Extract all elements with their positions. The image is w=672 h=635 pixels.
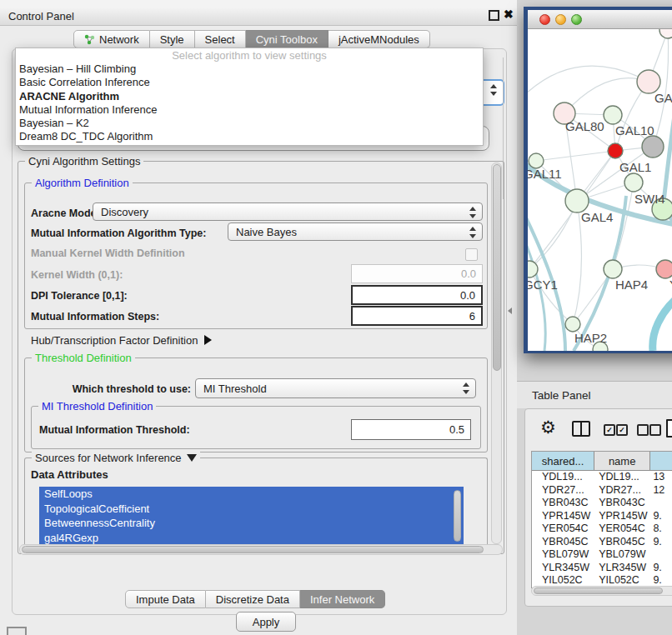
tab-style[interactable]: Style [150,30,195,48]
column-header[interactable]: shared... [532,452,594,470]
table-panel-title: Table Panel [532,389,591,402]
checkbox-checked-icon[interactable]: ✓ [616,424,628,436]
network-node-gal1[interactable] [624,173,643,192]
dpi-tolerance-label: DPI Tolerance [0,1]: [31,290,128,302]
network-node-hap4[interactable] [604,260,622,278]
dropdown-item[interactable]: Dream8 DC_TDC Algorithm [16,130,483,143]
dpi-tolerance-field[interactable]: 0.0 [351,285,483,305]
network-graph: GALGAL80GAL10GAL1GAL11GAL4SWI4GCY1HAP4YH… [528,29,672,351]
network-node-gal10[interactable] [604,106,622,124]
table-row[interactable]: YBR045CYBR045C9. [532,536,672,549]
dropdown-item[interactable]: Basic Correlation Inference [16,76,483,89]
tab-infer-network[interactable]: Infer Network [300,590,385,608]
right-desktop-area: GALGAL80GAL10GAL1GAL11GAL4SWI4GCY1HAP4YH… [517,0,672,635]
dropdown-item[interactable]: Bayesian – Hill Climbing [16,62,483,76]
dropdown-item[interactable]: ARACNE Algorithm [16,90,483,103]
restore-icon[interactable] [489,10,499,21]
close-icon[interactable]: ✖ [504,8,514,21]
attribute-list-item[interactable]: BetweennessCentrality [39,516,464,531]
node-label: SWI4 [634,192,665,206]
network-node-gal[interactable] [637,70,660,93]
hub-definition-expander[interactable]: Hub/Transcription Factor Definition [31,334,212,347]
node-table: shared...name YDL19...YDL19...13YDR27...… [531,451,672,588]
table-row[interactable]: YDR27...YDR27...12 [532,484,672,498]
tab-cyni-toolbox[interactable]: Cyni Toolbox [246,30,328,48]
table-row[interactable]: YER054CYER054C8. [532,522,672,536]
collapsed-panel-icon[interactable] [7,627,27,635]
checkbox-unchecked-icon[interactable] [649,424,661,436]
dropdown-prompt: Select algorithm to view settings [16,48,483,62]
gear-icon[interactable]: ⚙ [540,418,556,438]
aracne-mode-combo[interactable]: Discovery [93,202,483,221]
checkbox-unchecked-icon[interactable] [637,424,649,436]
tab-discretize-data[interactable]: Discretize Data [206,590,300,608]
stepper-icon [469,206,476,219]
table-cell: 9. [650,562,672,575]
node-label: GAL4 [581,210,613,224]
tab-label: Style [160,33,184,46]
attributes-list-scrollbar[interactable] [454,490,461,542]
bottom-tabs: Impute Data Discretize Data Infer Networ… [125,590,385,608]
mi-steps-field[interactable]: 6 [351,306,483,326]
data-attributes-list[interactable]: SelfLoopsTopologicalCoefficientBetweenne… [39,487,464,545]
kernel-width-field[interactable]: 0.0 [351,264,483,283]
network-node-hap2[interactable] [565,317,580,332]
column-header[interactable]: name [594,452,650,470]
network-node[interactable] [642,136,664,158]
which-threshold-combo[interactable]: MI Threshold [195,378,476,398]
table-cell: YBR045C [532,536,594,549]
new-document-icon[interactable] [666,419,672,438]
aracne-mode-value: Discovery [101,206,148,218]
apply-button[interactable]: Apply [236,612,296,632]
network-node-gal4[interactable] [565,189,589,212]
dropdown-item[interactable]: Bayesian – K2 [16,117,483,130]
table-row[interactable]: YBL079WYBL079W [532,548,672,562]
mi-algorithm-type-combo[interactable]: Naive Bayes [228,222,483,241]
manual-kernel-checkbox[interactable] [465,248,478,261]
network-node-y[interactable] [656,260,672,278]
node-label: HAP2 [574,331,607,345]
column-header[interactable] [650,452,672,470]
table-cell: YDL19... [594,471,650,484]
tab-label: Cyni Toolbox [256,33,318,46]
threshold-definition-title: Threshold Definition [32,352,135,364]
table-cell: 13 [650,471,672,484]
tab-jactivemnodules[interactable]: jActiveMNodules [328,30,430,48]
table-horizontal-scrollbar-thumb[interactable] [534,588,663,594]
which-threshold-value: MI Threshold [203,382,267,395]
minimize-traffic-light-icon[interactable] [555,14,566,25]
network-view-window[interactable]: GALGAL80GAL10GAL1GAL11GAL4SWI4GCY1HAP4YH… [524,7,672,353]
screen: Control Panel ✖ NetworkStyleSelectCyni T… [0,0,672,635]
table-row[interactable]: YDL19...YDL19...13 [532,471,672,484]
attribute-list-item[interactable]: SelfLoops [39,487,464,502]
splitter-handle-icon[interactable] [508,308,512,314]
node-label: GCY1 [528,278,558,292]
network-canvas[interactable]: GALGAL80GAL10GAL1GAL11GAL4SWI4GCY1HAP4YH… [528,29,672,351]
network-node[interactable] [608,143,623,158]
table-row[interactable]: YBR043CYBR043C [532,497,672,510]
checkbox-checked-icon[interactable]: ✓ [604,424,615,436]
control-panel-titlebar: Control Panel ✖ [0,7,517,26]
split-columns-icon[interactable] [572,421,590,437]
tab-select[interactable]: Select [195,30,246,48]
table-cell: YBR043C [594,497,650,510]
table-cell: 9. [650,510,672,523]
table-row[interactable]: YLR345WYLR345W9. [532,562,672,575]
network-node[interactable] [659,29,672,38]
mi-threshold-group-title: MI Threshold Definition [38,400,156,412]
sources-group-title-wrap[interactable]: Sources for Network Inference [32,452,200,464]
dropdown-item[interactable]: Mutual Information Inference [16,103,483,117]
attribute-list-item[interactable]: TopologicalCoefficient [39,502,464,517]
tab-network[interactable]: Network [73,30,150,48]
mi-threshold-field[interactable]: 0.5 [351,419,471,440]
network-window-titlebar[interactable] [528,10,672,29]
node-label: GAL10 [615,123,654,138]
settings-horizontal-scrollbar-thumb[interactable] [22,546,484,553]
tab-impute-data[interactable]: Impute Data [125,590,206,608]
table-row[interactable]: YPR145WYPR145W9. [532,510,672,523]
zoom-traffic-light-icon[interactable] [571,14,582,25]
table-cell: YLR345W [532,562,594,575]
attribute-list-item[interactable]: gal4RGexp [39,531,464,546]
settings-vertical-scrollbar-thumb[interactable] [493,164,501,371]
close-traffic-light-icon[interactable] [539,14,550,25]
